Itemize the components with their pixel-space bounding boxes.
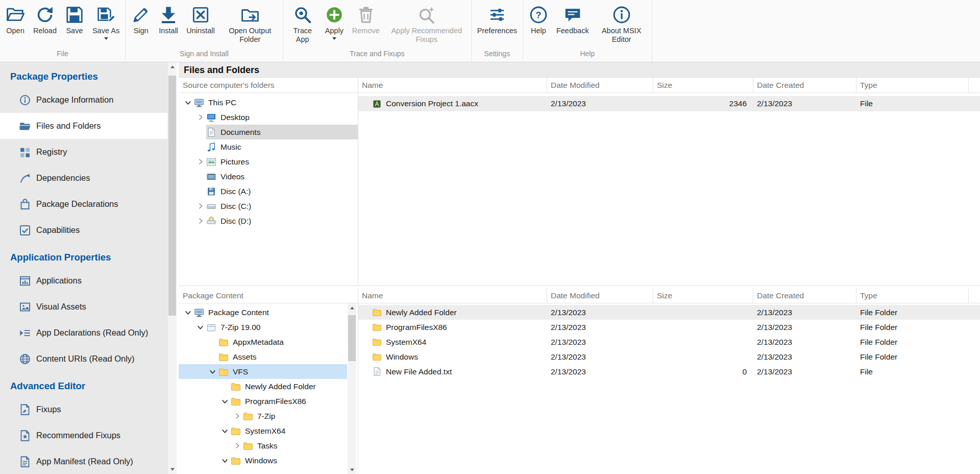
feedback-icon: [563, 5, 582, 25]
date-modified-cell: 2/13/2023: [547, 320, 653, 335]
column-header-date-modified[interactable]: Date Modified: [547, 78, 653, 92]
toolbar-button-trace-app[interactable]: Trace App: [285, 4, 321, 45]
sidebar-item-recommended-fixups[interactable]: Recommended Fixups: [0, 422, 167, 448]
toolbar-button-help[interactable]: ?Help: [525, 4, 552, 36]
sidebar-item-content-uris-read-only[interactable]: Content URIs (Read Only): [0, 346, 167, 372]
toolbar-button-uninstall[interactable]: Uninstall: [182, 4, 219, 36]
chevron-right-icon[interactable]: [194, 201, 206, 211]
tree-item-this-pc[interactable]: This PC: [179, 95, 358, 110]
toolbar-button-label: Trace App: [289, 27, 316, 44]
chevron-down-icon[interactable]: [206, 367, 218, 377]
chevron-right-icon[interactable]: [231, 411, 243, 421]
tree-item-newly-added-folder[interactable]: Newly Added Folder: [179, 379, 347, 394]
sidebar-item-app-declarations-read-only[interactable]: App Declarations (Read Only): [0, 320, 167, 346]
package-tree-scrollbar-thumb[interactable]: [348, 315, 356, 361]
package-tree-scrollbar-track[interactable]: [348, 312, 356, 465]
toolbar-button-open[interactable]: Open: [2, 4, 29, 36]
hard-drive-icon: [206, 201, 216, 211]
chevron-down-icon[interactable]: [182, 98, 194, 108]
size-cell: [653, 349, 753, 364]
tree-item-systemx64[interactable]: SystemX64: [179, 423, 347, 438]
tree-item-disc-c[interactable]: Disc (C:): [179, 199, 358, 214]
sidebar-item-app-manifest-read-only[interactable]: App Manifest (Read Only): [0, 448, 167, 474]
sidebar-item-fixups[interactable]: Fixups: [0, 396, 167, 422]
scroll-down-arrow-icon[interactable]: [168, 465, 177, 474]
tree-item-package-content[interactable]: Package Content: [179, 305, 347, 320]
tree-item-videos[interactable]: Videos: [179, 169, 358, 184]
toolbar-button-save[interactable]: Save: [61, 4, 88, 36]
file-row-programfilesx86[interactable]: ProgramFilesX862/13/20232/13/2023File Fo…: [358, 320, 980, 335]
chevron-slot: [194, 142, 206, 152]
sidebar-item-dependencies[interactable]: Dependencies: [0, 165, 167, 191]
file-row-new-file-added-txt[interactable]: New File Added.txt2/13/202302/13/2023Fil…: [358, 364, 980, 379]
sidebar-scrollbar-thumb[interactable]: [168, 76, 176, 316]
tree-item-programfilesx86[interactable]: ProgramFilesX86: [179, 394, 347, 409]
chevron-down-icon[interactable]: [218, 426, 231, 436]
toolbar-button-open-output-folder[interactable]: Open Output Folder: [219, 4, 281, 45]
toolbar-button-about-msix-editor[interactable]: About MSIX Editor: [593, 4, 650, 45]
tree-item-documents[interactable]: Documents: [179, 125, 358, 139]
tree-item-tasks[interactable]: Tasks: [179, 438, 347, 453]
column-header-name[interactable]: Name: [358, 78, 547, 92]
sidebar-scrollbar[interactable]: [167, 62, 177, 474]
chevron-right-icon[interactable]: [231, 441, 243, 451]
date-created-cell: 2/13/2023: [753, 305, 856, 320]
pc-icon: [194, 307, 204, 318]
file-row-windows[interactable]: Windows2/13/20232/13/2023File Folder: [358, 349, 980, 364]
column-header-date-modified[interactable]: Date Modified: [547, 288, 653, 303]
chevron-right-icon[interactable]: [194, 216, 206, 226]
toolbar-button-reload[interactable]: Reload: [29, 4, 61, 36]
sidebar-item-package-information[interactable]: Package Information: [0, 87, 167, 113]
tree-item-desktop[interactable]: Desktop: [179, 110, 358, 125]
scroll-up-arrow-icon[interactable]: [168, 62, 177, 72]
toolbar-button-install[interactable]: Install: [155, 4, 182, 36]
chevron-down-icon[interactable]: [218, 456, 231, 466]
text-file-icon: [372, 367, 382, 376]
file-name-label: Windows: [386, 352, 418, 362]
package-tree-scrollbar[interactable]: [348, 303, 356, 474]
save-icon: [65, 5, 84, 25]
file-row-newly-added-folder[interactable]: Newly Added Folder2/13/20232/13/2023File…: [358, 305, 980, 320]
scroll-down-arrow-icon[interactable]: [348, 465, 356, 474]
chevron-down-icon[interactable]: [194, 322, 206, 333]
column-header-date-created[interactable]: Date Created: [753, 78, 856, 92]
file-row-systemx64[interactable]: SystemX642/13/20232/13/2023File Folder: [358, 335, 980, 349]
chevron-right-icon[interactable]: [194, 157, 206, 167]
chevron-slot: [194, 127, 206, 137]
column-header-size[interactable]: Size: [653, 288, 753, 303]
sidebar-item-files-and-folders[interactable]: Files and Folders: [0, 113, 167, 139]
tree-item-assets[interactable]: Assets: [179, 349, 347, 364]
sidebar-item-package-declarations[interactable]: Package Declarations: [0, 191, 167, 217]
sidebar-item-visual-assets[interactable]: Visual Assets: [0, 294, 167, 320]
tree-item-vfs[interactable]: VFS: [179, 364, 347, 379]
column-header-size[interactable]: Size: [653, 78, 753, 92]
column-header-type[interactable]: Type: [856, 78, 969, 92]
tree-item-7-zip[interactable]: 7-Zip: [179, 409, 347, 423]
tree-item-disc-a[interactable]: Disc (A:): [179, 184, 358, 199]
toolbar-button-preferences[interactable]: Preferences: [473, 4, 521, 36]
column-header-name[interactable]: Name: [358, 288, 547, 303]
tree-item-7-zip-19-00[interactable]: 7-Zip 19.00: [179, 320, 347, 335]
tree-item-disc-d[interactable]: Disc (D:): [179, 214, 358, 228]
column-header-type[interactable]: Type: [856, 288, 969, 303]
column-header-date-created[interactable]: Date Created: [753, 288, 856, 303]
sidebar-scrollbar-track[interactable]: [168, 72, 177, 465]
sidebar-item-registry[interactable]: Registry: [0, 139, 167, 165]
tree-item-pictures[interactable]: Pictures: [179, 154, 358, 169]
size-cell: 2346: [653, 96, 753, 111]
sidebar-item-label: Visual Assets: [36, 302, 86, 312]
chevron-down-icon[interactable]: [182, 307, 194, 318]
toolbar-button-feedback[interactable]: Feedback: [552, 4, 593, 36]
tree-item-appxmetadata[interactable]: AppxMetadata: [179, 335, 347, 349]
chevron-right-icon[interactable]: [194, 112, 206, 123]
tree-item-windows[interactable]: Windows: [179, 453, 347, 468]
sidebar-item-applications[interactable]: Applications: [0, 268, 167, 294]
file-row-conversion-project-1-aacx[interactable]: Conversion Project 1.aacx2/13/202323462/…: [358, 96, 980, 111]
toolbar-button-sign[interactable]: Sign: [127, 4, 155, 36]
scroll-up-arrow-icon[interactable]: [348, 303, 356, 312]
chevron-down-icon[interactable]: [218, 396, 231, 407]
tree-item-music[interactable]: Music: [179, 139, 358, 154]
toolbar-button-save-as[interactable]: Save As: [88, 4, 124, 41]
sidebar-item-capabilities[interactable]: Capabilities: [0, 217, 167, 243]
toolbar-button-apply[interactable]: Apply: [321, 4, 348, 41]
